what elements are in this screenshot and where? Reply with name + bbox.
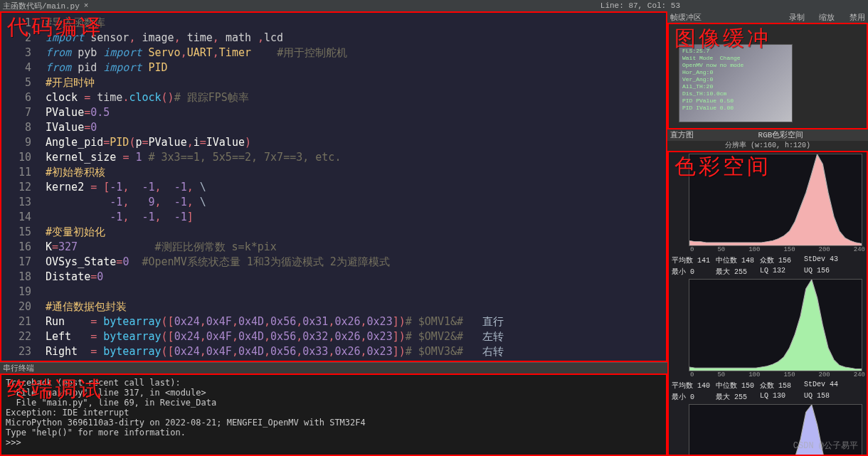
histogram-stats: 平均数 140中位数 150众数 158StDev 44 xyxy=(669,380,867,391)
histogram-stats: 最小 0最大 255LQ 132UQ 156 xyxy=(669,266,867,277)
histogram-g xyxy=(689,279,862,371)
file-tab[interactable]: 主函数代码/main.py xyxy=(3,1,80,11)
right-toolbar: 帧缓冲区 录制 缩放 禁用 xyxy=(667,11,868,23)
serial-console[interactable]: Traceback (most recent call last): File … xyxy=(1,375,666,450)
code-editor-panel: 代码编译 12345678910111213141516171819202122… xyxy=(0,11,667,362)
histogram-label: 直方图 xyxy=(670,129,694,141)
line-number-gutter: 1234567891011121314151617181920212223 xyxy=(1,13,41,361)
zoom-button[interactable]: 缩放 xyxy=(819,14,835,22)
serial-console-panel: 终端调试 Traceback (most recent call last): … xyxy=(0,373,667,456)
resolution-label: 分辨率 (w:160, h:120) xyxy=(667,141,868,151)
watermark: CSDN @公子易平 xyxy=(793,440,858,452)
title-bar: 主函数代码/main.py × Line: 87, Col: 53 xyxy=(0,0,868,11)
histogram-r xyxy=(689,154,862,246)
histogram-stats: 最小 0最大 255LQ 130UQ 158 xyxy=(669,391,867,403)
histogram-title-bar: 直方图 RGB色彩空间 xyxy=(667,129,868,141)
framebuffer-label: 帧缓冲区 xyxy=(670,12,702,23)
histogram-stats: 平均数 141中位数 148众数 156StDev 43 xyxy=(669,255,867,266)
colorspace-dropdown[interactable]: RGB色彩空间 xyxy=(758,129,804,141)
image-buffer-panel: 图像缓冲 FLS:25.7 Wait Mode Change OpenMV no… xyxy=(667,23,868,129)
histogram-panel: 色彩空间 050100150200240平均数 141中位数 148众数 156… xyxy=(667,151,868,456)
histogram-xticks: 050100150200240 xyxy=(689,246,867,255)
cursor-position: Line: 87, Col: 53 xyxy=(600,1,680,10)
close-tab-icon[interactable]: × xyxy=(84,1,89,10)
record-button[interactable]: 录制 xyxy=(789,14,805,22)
console-title: 串行终端 xyxy=(0,362,667,373)
camera-preview[interactable]: FLS:25.7 Wait Mode Change OpenMV now no … xyxy=(679,44,793,122)
disable-button[interactable]: 禁用 xyxy=(850,14,865,22)
histogram-xticks: 050100150200240 xyxy=(689,371,867,380)
code-editor[interactable]: #导入函数库 import sensor, image, time, math … xyxy=(41,13,508,361)
